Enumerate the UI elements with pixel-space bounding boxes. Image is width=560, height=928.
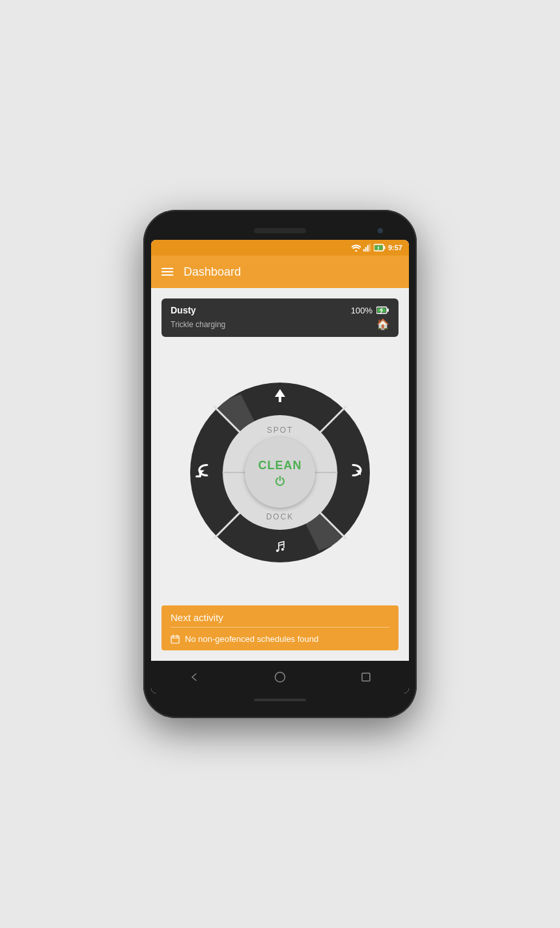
phone-top-bar	[151, 222, 409, 240]
next-activity-panel: Next activity No non-geofenced schedules…	[161, 605, 399, 650]
phone-bottom	[151, 693, 409, 706]
power-icon	[275, 476, 285, 486]
svg-rect-1	[365, 247, 367, 252]
forward-button[interactable]	[272, 388, 288, 407]
home-indicator	[254, 699, 306, 701]
svg-rect-0	[363, 249, 365, 252]
device-name: Dusty	[171, 305, 196, 315]
device-card-top: Dusty 100%	[171, 305, 389, 315]
wifi-icon	[352, 244, 361, 252]
status-time: 9:57	[388, 244, 402, 252]
phone-screen: 9:57 Dashboard Dusty 100%	[151, 240, 409, 693]
phone-speaker	[254, 228, 306, 233]
clean-label: CLEAN	[259, 459, 302, 472]
menu-button[interactable]	[161, 268, 173, 276]
back-button[interactable]	[181, 664, 207, 690]
calendar-icon	[171, 635, 180, 644]
signal-icon	[363, 244, 371, 252]
battery-charging-icon	[376, 306, 389, 314]
device-card: Dusty 100% Trickle charging 🏠	[161, 298, 399, 337]
phone-frame: 9:57 Dashboard Dusty 100%	[143, 210, 417, 718]
battery-status-icon	[374, 244, 385, 252]
svg-rect-2	[367, 245, 369, 252]
main-content: Dusty 100% Trickle charging 🏠	[151, 288, 409, 661]
next-activity-item: No non-geofenced schedules found	[161, 628, 399, 650]
svg-point-23	[275, 673, 285, 682]
nav-bar	[151, 661, 409, 693]
turn-left-button[interactable]	[194, 461, 212, 484]
home-icon: 🏠	[376, 318, 389, 330]
svg-rect-8	[387, 309, 389, 312]
svg-rect-3	[369, 244, 371, 252]
status-icons: 9:57	[352, 244, 402, 252]
control-area: SPOT DOCK CLEAN	[161, 347, 399, 598]
next-activity-title: Next activity	[161, 605, 399, 627]
battery-percent: 100%	[351, 306, 372, 315]
phone-camera	[378, 228, 383, 233]
control-circle-container: SPOT DOCK CLEAN	[189, 381, 371, 564]
next-activity-message: No non-geofenced schedules found	[185, 634, 318, 644]
device-battery: 100%	[351, 306, 389, 315]
app-bar: Dashboard	[151, 255, 409, 288]
svg-rect-19	[171, 636, 179, 643]
svg-rect-5	[384, 246, 385, 250]
svg-line-18	[279, 544, 284, 545]
device-card-bottom: Trickle charging 🏠	[171, 318, 389, 330]
music-button[interactable]	[273, 540, 287, 557]
svg-rect-24	[362, 673, 370, 681]
turn-right-button[interactable]	[348, 461, 366, 484]
status-bar: 9:57	[151, 240, 409, 255]
recents-button[interactable]	[353, 664, 379, 690]
device-status: Trickle charging	[171, 320, 225, 329]
app-bar-title: Dashboard	[184, 265, 241, 279]
home-button[interactable]	[267, 664, 293, 690]
clean-button[interactable]: CLEAN	[245, 437, 315, 508]
